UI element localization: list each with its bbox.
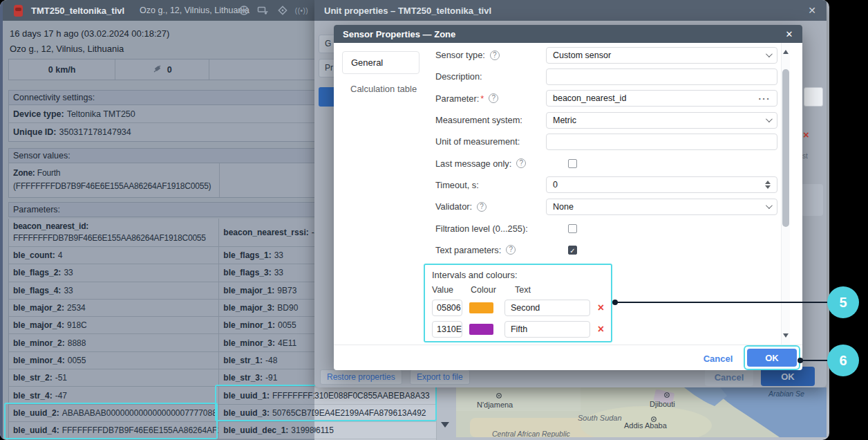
- unique-id-row: Unique ID:350317178147934: [9, 123, 314, 141]
- scrollbar-thumb[interactable]: [782, 69, 789, 227]
- delete-sensor-icon[interactable]: ×: [803, 129, 809, 140]
- help-icon[interactable]: ?: [490, 51, 500, 60]
- unit-dialog-input-fragment: [804, 87, 823, 107]
- help-icon[interactable]: ?: [516, 158, 526, 168]
- parameter-row: ble_str_2:-51ble_str_3:-91: [9, 369, 314, 387]
- select-field[interactable]: None: [546, 199, 777, 215]
- restore-properties-button[interactable]: Restore properties: [320, 369, 402, 385]
- sensor-properties-title: Sensor Properties — Zone: [343, 29, 455, 39]
- unit-location: Ozo g., 12, Vilnius, Lithuania: [10, 44, 124, 54]
- checkbox-field[interactable]: ✓: [568, 246, 577, 255]
- intervals-and-colours-box: Intervals and colours: Value Colour Text…: [424, 264, 612, 342]
- interval-colour-swatch[interactable]: [469, 324, 493, 335]
- interval-text-input[interactable]: Second: [504, 300, 590, 316]
- interval-row: 1310EFifth×: [432, 321, 604, 338]
- parameter-cell: ble_uuid_4:FFFFFFFFDB7B9F46E6E155AA86264…: [9, 422, 219, 439]
- tab-calculation-table[interactable]: Calculation table: [342, 77, 419, 100]
- parameter-cell: ble_uuid_3:50765CB7D9EA4E2199A4FA879613A…: [219, 405, 314, 421]
- field-label: Parameter:*?: [427, 93, 546, 104]
- parameter-cell: ble_str_2:-51: [9, 369, 219, 386]
- parameter-row: ble_uuid_2:ABABABAB000000000000000007777…: [9, 405, 314, 422]
- parameter-row: ble_flags_4:33ble_major_1:9B73: [9, 282, 314, 300]
- dialog-scrollbar[interactable]: [781, 43, 790, 345]
- parameters-section-title: Parameters:: [8, 202, 314, 217]
- parameter-cell: beacon_nearest_rssi:-4: [219, 219, 314, 246]
- satellite-icon: [152, 64, 163, 75]
- parameter-row: ble_flags_2:33ble_flags_3:33: [9, 264, 314, 282]
- parameter-cell: ble_minor_3:4E11: [219, 334, 314, 351]
- more-options-icon[interactable]: ···: [759, 93, 771, 104]
- locate-crosshair-icon[interactable]: [276, 5, 288, 17]
- unit-tooltip-header: TMT250_teltonika_tivl Ozo g., 12, Vilniu…: [3, 0, 314, 21]
- export-to-file-button[interactable]: Export to file: [410, 369, 470, 385]
- parameter-cell: ble_uuid_dec_1:3199896115: [219, 422, 314, 439]
- sensor-dialog-ok-button[interactable]: OK: [747, 349, 797, 367]
- spinner-icon[interactable]: [765, 178, 771, 192]
- interval-value-input[interactable]: 05806: [432, 300, 462, 316]
- sensor-properties-header: Sensor Properties — Zone ✕: [334, 25, 802, 43]
- parameter-cell: ble_uuid_2:ABABABAB000000000000000007777…: [9, 405, 219, 421]
- trailer-icon[interactable]: [257, 5, 269, 17]
- sensor-properties-close-icon[interactable]: ✕: [779, 25, 800, 43]
- checkbox-field[interactable]: [568, 224, 577, 233]
- panel-collapse-arrow[interactable]: [441, 422, 449, 432]
- map-label: Arabian Se: [768, 389, 804, 398]
- unit-properties-title: Unit properties – TMT250_teltonika_tivl: [324, 6, 491, 16]
- chevron-down-icon: [766, 116, 773, 122]
- sensor-form: Sensor type:?Custom sensorDescription:Pa…: [427, 44, 781, 261]
- scroll-up-icon[interactable]: [783, 47, 789, 54]
- text-field[interactable]: [546, 68, 777, 85]
- field-label: Sensor type:?: [427, 50, 546, 60]
- delete-interval-icon[interactable]: ×: [598, 302, 604, 313]
- map[interactable]: N'djamenaDjiboutiAddis AbabaSouth SudanC…: [456, 387, 827, 437]
- help-icon[interactable]: ?: [506, 245, 516, 255]
- interval-value-input[interactable]: 1310E: [432, 321, 462, 338]
- signal-icon[interactable]: ((•)): [296, 5, 308, 17]
- help-icon[interactable]: ?: [477, 202, 487, 212]
- unit-dialog-text-fragment: st: [802, 152, 808, 160]
- unit-dialog-cancel-button[interactable]: Cancel: [705, 368, 753, 386]
- form-row: Last message only:?: [427, 152, 781, 174]
- select-field[interactable]: Custom sensor: [546, 47, 777, 64]
- parameter-cell: ble_major_1:9B73: [219, 282, 314, 299]
- driver-steering-wheel-icon[interactable]: [238, 5, 249, 17]
- parameter-cell: ble_minor_1:0055: [219, 317, 314, 333]
- form-row: Parameter:*?beacon_nearest_id···: [427, 88, 781, 109]
- delete-interval-icon[interactable]: ×: [598, 324, 604, 335]
- form-row: Sensor type:?Custom sensor: [427, 44, 781, 66]
- map-label: South Sudan: [578, 414, 622, 422]
- map-label: Djibouti: [650, 400, 675, 408]
- satellites-cell: 0: [115, 59, 209, 80]
- form-row: Validator:?None: [427, 196, 781, 217]
- parameter-row-continuation: ble_uuid_dec_1:3199896115: [314, 422, 436, 439]
- sensor-dialog-cancel-button[interactable]: Cancel: [693, 349, 743, 367]
- text-field[interactable]: [546, 134, 777, 150]
- annotation-badge-6: 6: [827, 345, 859, 376]
- unit-address: Ozo g., 12, Vilnius, Lithuania: [140, 6, 249, 15]
- tab-general[interactable]: General: [342, 51, 419, 74]
- parameter-row-continuation: ble_uuid_1:FFFFFFFF1310E088F0C855AABEBA8…: [314, 387, 436, 405]
- map-label: Addis Ababa: [624, 421, 668, 430]
- scroll-down-icon[interactable]: [783, 333, 789, 340]
- unit-name: TMT250_teltonika_tivl: [31, 6, 124, 16]
- chevron-down-icon: [766, 202, 773, 209]
- intervals-title: Intervals and colours:: [432, 270, 604, 280]
- unit-properties-close-icon[interactable]: ✕: [802, 0, 822, 21]
- field-label: Validator:?: [427, 201, 546, 212]
- annotation-line-5: [614, 302, 828, 303]
- parameter-cell: ble_flags_4:33: [9, 282, 219, 299]
- number-field[interactable]: 0: [546, 176, 777, 193]
- annotation-line-6: [799, 360, 828, 361]
- checkbox-field[interactable]: [568, 159, 577, 168]
- help-icon[interactable]: ?: [489, 93, 498, 103]
- interval-text-input[interactable]: Fifth: [504, 321, 590, 338]
- field-label: Measurement system:: [427, 115, 546, 125]
- interval-colour-swatch[interactable]: [469, 302, 493, 313]
- select-field[interactable]: Metric: [546, 112, 777, 129]
- form-row: Description:: [427, 66, 781, 87]
- parameter-row: ble_str_4:-47ble_uuid_1:FFFFFFFF1310E088…: [9, 387, 314, 404]
- parameter-cell: ble_str_4:-47: [9, 387, 219, 403]
- parameter-cell: ble_str_1:-48: [219, 352, 314, 369]
- lookup-field[interactable]: beacon_nearest_id···: [546, 90, 777, 107]
- sensor-values-section-title: Sensor values:: [8, 148, 314, 163]
